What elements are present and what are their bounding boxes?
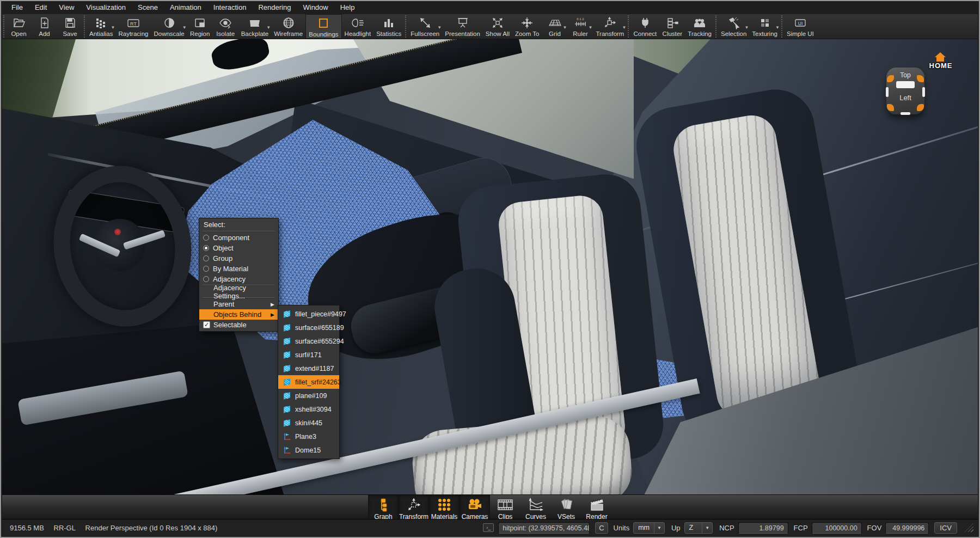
units-dropdown[interactable]: mm ▼ (633, 522, 665, 534)
toolbar-button-presentation[interactable]: Presentation (442, 14, 483, 39)
add-icon (38, 15, 51, 30)
toolbar-button-grid[interactable]: Grid ▼ (542, 14, 567, 39)
submenu-item[interactable]: surface#655189 (278, 321, 339, 334)
menu-file[interactable]: File (5, 1, 29, 14)
menu-item-by-material[interactable]: By Material (199, 264, 278, 274)
menu-window[interactable]: Window (297, 1, 334, 14)
menu-item-object[interactable]: Object (199, 243, 278, 253)
menu-interaction[interactable]: Interaction (207, 1, 253, 14)
toolbar-button-open[interactable]: Open (6, 14, 32, 39)
toolbar-button-show-all[interactable]: Show All (483, 14, 512, 39)
menu-animation[interactable]: Animation (164, 1, 207, 14)
ncp-input[interactable]: 1.89799 (738, 522, 788, 534)
toolbar-button-texturing[interactable]: Texturing ▼ (749, 14, 780, 39)
toolbar-button-wireframe[interactable]: Wireframe (271, 14, 305, 39)
menu-visualization[interactable]: Visualization (80, 1, 132, 14)
dropdown-arrow-icon[interactable]: ▼ (622, 25, 627, 30)
fcp-input[interactable]: 100000.00 (812, 522, 862, 534)
show-all-icon (491, 15, 504, 30)
dropdown-arrow-icon[interactable]: ▼ (589, 25, 593, 30)
submenu-item[interactable]: fillet_piece#9497 (278, 307, 339, 321)
module-button-transform[interactable]: Transform (399, 495, 429, 522)
toolbar-button-raytracing[interactable]: RT Raytracing (115, 14, 151, 39)
menu-item-group[interactable]: Group (199, 253, 278, 264)
toolbar-button-backplate[interactable]: Backplate ▼ (238, 14, 272, 39)
dropdown-arrow-icon[interactable]: ▼ (182, 25, 187, 30)
submenu-item[interactable]: Dome15 (278, 443, 339, 457)
dropdown-arrow-icon[interactable]: ▼ (266, 25, 271, 30)
toolbar-button-tracking[interactable]: Tracking (685, 14, 714, 39)
menu-item-adjacency[interactable]: Adjacency (199, 274, 278, 284)
render-viewport[interactable] (2, 39, 978, 494)
menu-item-parent[interactable]: Parent ▶ (199, 299, 278, 309)
module-button-cameras[interactable]: Cameras (460, 495, 490, 522)
toolbar-button-headlight[interactable]: Headlight (342, 14, 374, 39)
home-button[interactable]: HOME (927, 52, 955, 71)
menu-scene[interactable]: Scene (132, 1, 164, 14)
fov-input[interactable]: 49.999996 (885, 522, 929, 534)
submenu-item[interactable]: surf#171 (278, 348, 339, 362)
submenu-item[interactable]: xshell#3094 (278, 402, 339, 416)
toolbar-button-selection[interactable]: Selection ▼ (718, 14, 749, 39)
menu-item-component[interactable]: Component (199, 233, 278, 243)
dropdown-arrow-icon[interactable]: ▼ (775, 25, 780, 30)
toolbar-button-connect[interactable]: Connect (630, 14, 659, 39)
up-axis-dropdown[interactable]: Z ▼ (684, 522, 713, 534)
toolbar-button-region[interactable]: Region (187, 14, 213, 39)
toolbar-button-cluster[interactable]: Cluster (659, 14, 685, 39)
icv-button[interactable]: ICV (934, 522, 957, 534)
dropdown-arrow-icon[interactable]: ▼ (744, 25, 749, 30)
submenu-item[interactable]: extend#1187 (278, 362, 339, 375)
viewcube-corner[interactable] (887, 104, 894, 111)
toolbar-button-isolate[interactable]: Isolate (213, 14, 238, 39)
up-axis-label: Up (671, 524, 681, 532)
resize-grip[interactable] (965, 523, 973, 532)
submenu-item[interactable]: skin#445 (278, 416, 339, 430)
menu-view[interactable]: View (53, 1, 80, 14)
toolbar-button-zoom-to[interactable]: Zoom To (512, 14, 542, 39)
menu-item-selectable[interactable]: ✓ Selectable (199, 320, 278, 330)
module-button-graph[interactable]: Graph (368, 495, 399, 522)
toolbar-button-fullscreen[interactable]: Fullscreen ▼ (408, 14, 442, 39)
dropdown-arrow-icon[interactable]: ▼ (563, 25, 567, 30)
toolbar-button-downscale[interactable]: Downscale ▼ (151, 14, 187, 39)
svg-text:0 1 2: 0 1 2 (577, 17, 584, 21)
submenu-item[interactable]: surface#655294 (278, 334, 339, 348)
menu-item-objects-behind[interactable]: Objects Behind ▶ (199, 309, 278, 320)
submenu-item-highlighted[interactable]: fillet_srf#24263 (278, 375, 339, 389)
hitpoint-input[interactable]: hitpoint: (32.939575, 4605.4809... (498, 522, 590, 534)
menu-item-adjacency-settings[interactable]: Adjacency Settings... (199, 286, 278, 297)
menu-help[interactable]: Help (334, 1, 361, 14)
console-icon[interactable]: ›_ (483, 523, 494, 532)
module-button-curves[interactable]: Curves (520, 495, 551, 522)
toolbar-button-statistics[interactable]: Statistics (373, 14, 404, 39)
dropdown-arrow-icon[interactable]: ▼ (111, 25, 115, 30)
submenu-item[interactable]: Plane3 (278, 430, 339, 443)
fcp-label: FCP (794, 524, 808, 532)
toolbar-button-simple-ui[interactable]: UI Simple UI (784, 14, 817, 39)
surface-icon (283, 310, 291, 319)
viewcube-front-edge[interactable] (896, 81, 915, 88)
toolbar-button-save[interactable]: Save (57, 14, 83, 39)
viewcube[interactable]: Top Left (886, 68, 924, 114)
module-button-materials[interactable]: Materials (429, 495, 460, 522)
module-button-render[interactable]: Render (581, 495, 612, 522)
menu-edit[interactable]: Edit (29, 1, 53, 14)
viewcube-edge[interactable] (901, 112, 910, 115)
module-button-vsets[interactable]: VSets (551, 495, 581, 522)
toolbar-button-boundings[interactable]: Boundings (305, 14, 341, 39)
module-button-clips[interactable]: Clips (490, 495, 520, 522)
c-button[interactable]: C (595, 522, 608, 534)
toolbar-button-transform[interactable]: Transform ▼ (593, 14, 627, 39)
region-icon (193, 15, 206, 30)
toolbar-button-ruler[interactable]: 0 1 2 Ruler ▼ (567, 14, 593, 39)
wireframe-icon (282, 15, 295, 30)
viewcube-left-face[interactable]: Left (886, 94, 924, 102)
viewcube-top-face[interactable]: Top (886, 71, 924, 79)
surface-icon (283, 405, 291, 414)
dropdown-arrow-icon[interactable]: ▼ (437, 25, 442, 30)
toolbar-button-antialias[interactable]: Antialias ▼ (87, 14, 115, 39)
toolbar-button-add[interactable]: Add (32, 14, 57, 39)
submenu-item[interactable]: plane#109 (278, 389, 339, 402)
menu-rendering[interactable]: Rendering (252, 1, 297, 14)
